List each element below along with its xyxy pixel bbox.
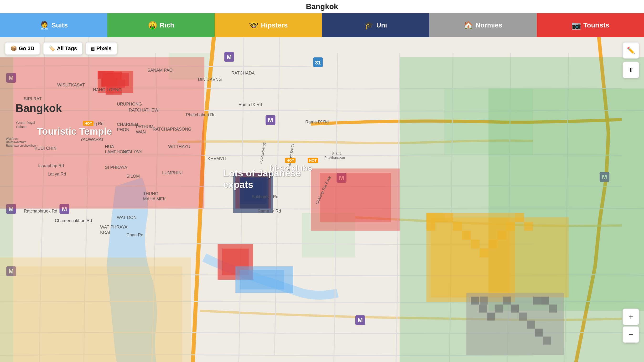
normies-emoji: 🏠	[464, 21, 473, 30]
uni-label: Uni	[376, 22, 387, 29]
tab-tourists[interactable]: 📷 Tourists	[537, 13, 644, 37]
go3d-button[interactable]: 📦 Go 3D	[5, 42, 40, 55]
tab-normies[interactable]: 🏠 Normies	[429, 13, 537, 37]
zoom-controls: + −	[622, 308, 639, 343]
uni-emoji: 🎓	[364, 21, 374, 30]
pencil-button[interactable]: ✏️	[622, 42, 639, 59]
svg-text:M: M	[8, 74, 14, 81]
go3d-label: Go 3D	[19, 45, 34, 52]
hipsters-emoji: 🤓	[249, 21, 258, 30]
app: Bangkok 🧑‍💼 Suits 🤑 Rich 🤓 Hipsters 🎓 Un…	[0, 0, 644, 362]
svg-text:M: M	[226, 54, 232, 61]
svg-rect-0	[0, 37, 644, 362]
pixels-icon: ▦	[91, 46, 94, 52]
zoom-in-button[interactable]: +	[622, 308, 639, 325]
side-tools: ✏️ T	[622, 42, 639, 78]
tourists-label: Tourists	[584, 22, 609, 29]
zoom-out-button[interactable]: −	[622, 326, 639, 343]
text-button[interactable]: T	[622, 62, 639, 78]
title-bar: Bangkok	[0, 0, 644, 13]
svg-text:M: M	[358, 317, 363, 324]
tourists-emoji: 📷	[572, 21, 581, 30]
map-area[interactable]: M M M 31 M M M M M	[0, 37, 644, 362]
go3d-icon: 📦	[10, 45, 17, 52]
page-title: Bangkok	[306, 2, 338, 11]
tab-rich[interactable]: 🤑 Rich	[107, 13, 215, 37]
pixels-button[interactable]: ▦ Pixels	[86, 42, 117, 55]
all-tags-icon: 🏷️	[49, 45, 55, 52]
normies-label: Normies	[476, 22, 502, 29]
pixels-label: Pixels	[96, 45, 112, 52]
all-tags-label: All Tags	[57, 45, 77, 52]
all-tags-button[interactable]: 🏷️ All Tags	[43, 42, 83, 55]
tab-suits[interactable]: 🧑‍💼 Suits	[0, 13, 107, 37]
svg-rect-1	[302, 213, 355, 257]
svg-text:M: M	[8, 268, 14, 275]
map-base: M M M 31 M M M M M	[0, 37, 644, 362]
zoom-in-icon: +	[628, 312, 633, 322]
hipsters-label: Hipsters	[261, 22, 288, 29]
svg-text:M: M	[268, 116, 273, 124]
rich-label: Rich	[160, 22, 174, 29]
map-svg: M M M 31 M M M M M	[0, 37, 644, 362]
svg-text:M: M	[62, 205, 67, 213]
toolbar: 📦 Go 3D 🏷️ All Tags ▦ Pixels	[5, 42, 117, 55]
suits-label: Suits	[52, 22, 68, 29]
svg-text:M: M	[339, 174, 344, 182]
category-tabs: 🧑‍💼 Suits 🤑 Rich 🤓 Hipsters 🎓 Uni 🏠 Norm…	[0, 13, 644, 37]
svg-text:M: M	[602, 173, 607, 180]
svg-text:M: M	[8, 205, 14, 213]
tab-uni[interactable]: 🎓 Uni	[322, 13, 429, 37]
text-icon: T	[629, 66, 633, 74]
pencil-icon: ✏️	[627, 47, 635, 54]
rich-emoji: 🤑	[148, 21, 158, 30]
zoom-out-icon: −	[628, 329, 633, 339]
svg-text:31: 31	[315, 60, 321, 66]
suits-emoji: 🧑‍💼	[40, 21, 49, 30]
tab-hipsters[interactable]: 🤓 Hipsters	[215, 13, 322, 37]
